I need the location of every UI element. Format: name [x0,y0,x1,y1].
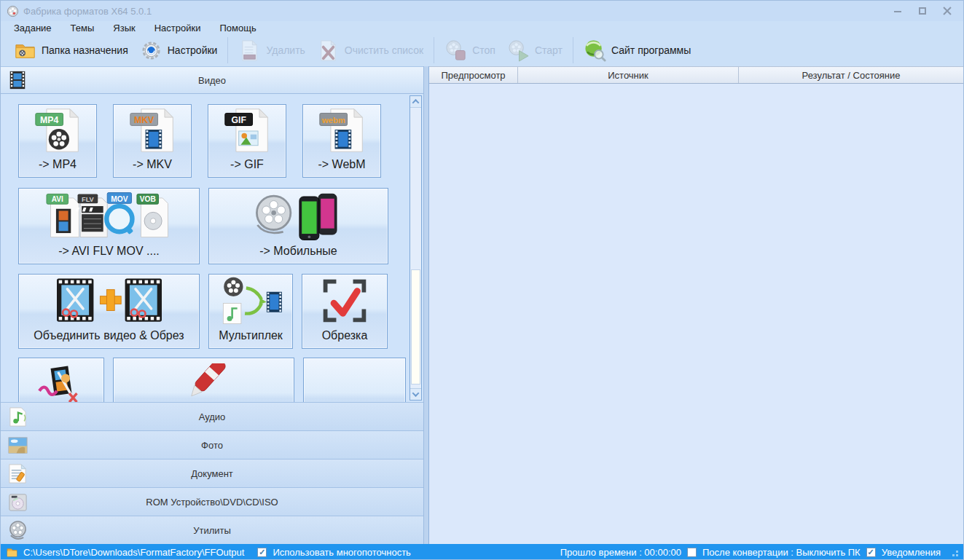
remove-button[interactable]: Удалить [232,36,310,65]
clear-list-icon [317,39,340,62]
minimize-icon[interactable] [893,7,902,15]
mux-icon [214,275,287,326]
column-result[interactable]: Результат / Состояние [739,67,963,83]
to-avi-flv-mov-label: -> AVI FLV MOV .... [19,242,199,264]
category-utilities[interactable]: Утилиты [1,516,423,544]
video-category-icon [7,70,28,90]
category-audio[interactable]: Аудио [1,402,423,430]
webm-file-icon: webm [313,106,370,154]
scrollbar-thumb[interactable] [411,269,420,384]
gear-icon [140,39,162,62]
svg-text:AVI: AVI [51,195,63,203]
settings-button[interactable]: Настройки [134,36,224,65]
scroll-up-icon[interactable] [410,96,421,108]
to-gif-label: -> GIF [208,155,286,177]
notifications-checkbox[interactable]: ✓ [866,548,876,557]
svg-text:VOB: VOB [139,195,155,203]
panel-splitter[interactable] [423,66,429,544]
resize-grip[interactable] [949,548,959,557]
to-mp4-button[interactable]: MP4 -> MP4 [18,104,97,178]
maximize-icon[interactable] [918,7,927,15]
column-source[interactable]: Источник [518,67,739,83]
remove-item-icon [238,39,261,62]
svg-text:GIF: GIF [231,114,246,125]
to-mkv-label: -> MKV [114,155,191,177]
output-path[interactable]: C:\Users\DTore\Downloads\FormatFactory\F… [23,547,244,558]
to-webm-label: -> WebM [303,155,380,177]
menu-settings[interactable]: Настройки [154,23,201,33]
mobile-devices-icon [244,189,353,242]
document-category-label: Документ [1,468,423,479]
shutdown-label: После конвертации : Выключить ПК [702,547,861,558]
close-icon[interactable] [943,7,952,15]
task-list-body[interactable] [429,84,963,544]
audio-category-icon [7,406,28,427]
video-formats-grid: MP4 -> MP4 MKV [1,94,423,402]
avi-flv-mov-vob-icons: AVI FLV MOV [36,189,182,242]
photo-category-label: Фото [1,440,423,451]
mp4-file-icon: MP4 [29,106,86,154]
crop-button[interactable]: Обрезка [302,274,388,349]
title-bar: Фабрика форматов X64 5.0.1 [1,1,963,21]
globe-search-icon [584,39,606,62]
to-mobile-label: -> Мобильные [209,242,388,264]
svg-text:MKV: MKV [134,114,154,125]
website-button[interactable]: Сайт программы [578,36,697,65]
column-preview[interactable]: Предпросмотр [429,67,518,83]
notifications-label: Уведомления [882,547,941,558]
stop-icon [444,39,467,62]
category-photo[interactable]: Фото [1,430,423,459]
to-gif-button[interactable]: GIF -> GIF [208,104,286,178]
start-button[interactable]: Старт [501,36,568,65]
dest-folder-label: Папка назначения [42,44,128,56]
main-area: Видео MP4 -> MP4 [1,66,963,544]
multithread-checkbox[interactable]: ✓ [257,548,267,557]
multithread-label: Использовать многопоточность [273,547,410,558]
utilities-category-icon [7,520,28,541]
remove-label: Удалить [266,44,305,56]
app-icon [7,5,19,17]
menu-help[interactable]: Помощь [219,23,256,33]
shutdown-checkbox[interactable] [687,548,697,557]
to-webm-button[interactable]: webm -> WebM [302,104,381,178]
menu-task[interactable]: Задание [14,23,52,33]
app-window: Фабрика форматов X64 5.0.1 Задание Темы … [0,0,964,560]
svg-text:webm: webm [321,115,345,124]
mux-button[interactable]: Мультиплек [208,274,293,349]
svg-text:MOV: MOV [111,194,128,202]
to-avi-flv-mov-button[interactable]: AVI FLV MOV [18,188,200,264]
crop-check-icon [320,277,369,325]
stop-button[interactable]: Стоп [439,36,501,65]
category-rom[interactable]: ROM Устройство\DVD\CD\ISO [1,487,423,516]
to-mobile-button[interactable]: -> Мобильные [208,188,388,264]
output-folder-icon[interactable] [7,548,17,557]
clip-effect-icon [28,363,94,403]
clear-list-button[interactable]: Очистить список [311,36,429,65]
crop-label: Обрезка [302,326,387,348]
toolbar-separator [434,37,434,63]
toolbar-separator [227,37,228,63]
video-panel-scrollbar[interactable] [409,95,422,401]
clip-effect-button[interactable] [18,358,104,402]
menu-bar: Задание Темы Язык Настройки Помощь [1,21,963,34]
svg-text:FLV: FLV [82,195,95,202]
mux-label: Мультиплек [209,326,292,348]
menu-language[interactable]: Язык [113,23,135,33]
category-video[interactable]: Видео [1,66,423,94]
extra-tool-button[interactable] [303,358,406,402]
video-category-label: Видео [1,75,423,86]
category-document[interactable]: Документ [1,459,423,487]
task-list-header: Предпросмотр Источник Результат / Состоя… [429,66,963,84]
toolbar: Папка назначения Настройки Удалить [1,34,963,66]
start-icon [507,39,530,62]
menu-themes[interactable]: Темы [71,23,95,33]
join-video-icon [36,275,182,326]
dest-folder-button[interactable]: Папка назначения [8,36,134,65]
rename-pen-button[interactable] [113,358,294,402]
join-clip-button[interactable]: Объединить видео & Обрез [18,274,200,349]
to-mkv-button[interactable]: MKV -> MKV [113,104,192,178]
window-title: Фабрика форматов X64 5.0.1 [23,6,152,17]
scroll-down-icon[interactable] [410,388,421,400]
audio-category-label: Аудио [1,411,423,422]
mkv-file-icon: MKV [124,106,181,154]
